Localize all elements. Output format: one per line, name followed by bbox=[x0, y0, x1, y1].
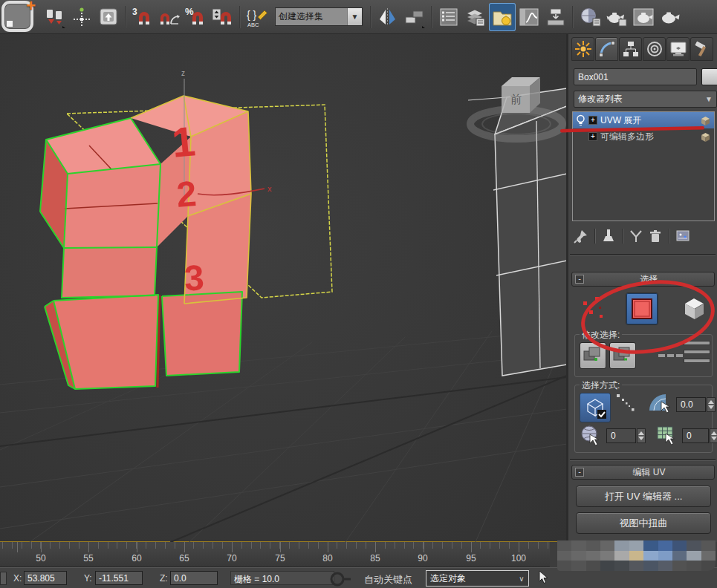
scene-explorer-icon[interactable] bbox=[435, 3, 462, 31]
modify-selection-group: 修改选择: bbox=[574, 334, 713, 377]
remove-modifier-icon[interactable] bbox=[646, 227, 665, 245]
vertex-mode-icon[interactable] bbox=[577, 293, 610, 325]
mirror-icon[interactable] bbox=[374, 3, 401, 31]
rollout-selection-header[interactable]: - 选择 bbox=[571, 272, 715, 287]
time-tick-label: 70 bbox=[227, 553, 236, 564]
perspective-viewport[interactable]: z x 1 2 3 前 bbox=[0, 34, 567, 542]
x-axis-label: x bbox=[267, 184, 272, 193]
ribbon-toggle-icon[interactable] bbox=[489, 3, 516, 31]
x-coordinate-field[interactable] bbox=[24, 571, 67, 585]
render-setup-icon[interactable] bbox=[603, 3, 630, 31]
object-color-swatch[interactable] bbox=[701, 68, 717, 85]
expand-icon[interactable]: + bbox=[588, 116, 597, 125]
smoothing-group-field[interactable]: 0 bbox=[606, 428, 636, 443]
configure-modifier-sets-icon[interactable] bbox=[673, 227, 692, 245]
selection-method-label: 选择方式: bbox=[580, 379, 622, 392]
svg-text:3: 3 bbox=[132, 7, 137, 17]
modifier-label: UVW 展开 bbox=[600, 114, 697, 127]
planar-angle-field[interactable]: 0.0 bbox=[676, 397, 706, 412]
edit-named-selections-icon[interactable]: { }ABC bbox=[244, 3, 270, 31]
material-editor-icon[interactable] bbox=[577, 3, 603, 31]
element-mode-icon[interactable] bbox=[678, 293, 710, 325]
keyboard-override-icon[interactable] bbox=[95, 3, 122, 31]
smoothing-group-spinner[interactable] bbox=[637, 428, 646, 443]
x-label: X: bbox=[13, 573, 22, 584]
chevron-down-icon[interactable]: ▼ bbox=[347, 8, 362, 25]
time-tick-label: 60 bbox=[132, 553, 141, 564]
auto-key-button[interactable]: 自动关键点 bbox=[364, 573, 412, 587]
svg-text:ABC: ABC bbox=[247, 22, 259, 28]
render-icon[interactable] bbox=[657, 3, 684, 31]
z-coordinate-field[interactable] bbox=[170, 571, 218, 585]
make-unique-icon[interactable] bbox=[626, 227, 646, 245]
y-coordinate-field[interactable] bbox=[95, 571, 143, 585]
isolate-icon[interactable] bbox=[0, 572, 7, 585]
command-panel-tabs bbox=[571, 37, 713, 61]
modifier-stack: + UVW 展开 + 可编辑多边形 bbox=[572, 111, 715, 221]
named-selection-sets-dropdown[interactable]: 创建选择集 ▼ bbox=[275, 7, 363, 26]
modifier-stack-toolbar bbox=[571, 226, 715, 246]
curve-editor-icon[interactable] bbox=[516, 3, 542, 31]
schematic-view-icon[interactable] bbox=[542, 3, 569, 31]
tab-hierarchy[interactable] bbox=[619, 37, 642, 61]
collapse-toggle[interactable]: - bbox=[575, 275, 584, 284]
time-ruler[interactable]: 50 55 60 65 70 75 80 85 90 95 100 bbox=[0, 542, 550, 567]
loop-selection-buttons[interactable] bbox=[684, 341, 710, 363]
collapse-toggle[interactable]: - bbox=[575, 468, 584, 477]
box001-model[interactable] bbox=[40, 96, 251, 389]
polygon-mode-icon[interactable] bbox=[626, 293, 658, 325]
select-and-manipulate-icon[interactable] bbox=[68, 3, 95, 31]
ignore-backfacing-toggle[interactable] bbox=[580, 393, 611, 422]
grow-selection-button[interactable] bbox=[580, 342, 606, 369]
modifier-row-uvw-unwrap[interactable]: + UVW 展开 bbox=[573, 112, 714, 128]
tab-motion[interactable] bbox=[643, 37, 666, 61]
modifier-list-label: 修改器列表 bbox=[574, 93, 701, 105]
time-tick-label: 100 bbox=[511, 553, 526, 564]
selection-filter-dropdown[interactable]: 选定对象 ∨ bbox=[426, 570, 529, 587]
rollout-selection-title: 选择 bbox=[584, 273, 714, 286]
rollout-edit-uv-header[interactable]: - 编辑 UV bbox=[571, 465, 715, 480]
tweak-in-view-button[interactable]: 视图中扭曲 bbox=[576, 512, 711, 534]
spinner-snap-icon[interactable] bbox=[210, 3, 236, 31]
select-and-place-icon[interactable] bbox=[42, 3, 68, 31]
modifier-row-editable-poly[interactable]: + 可编辑多边形 bbox=[573, 128, 714, 145]
expand-icon[interactable]: + bbox=[588, 132, 597, 141]
pin-stack-icon[interactable] bbox=[571, 227, 591, 245]
svg-text:%: % bbox=[185, 6, 194, 17]
time-tick-label: 50 bbox=[36, 553, 45, 564]
time-tick-label: 85 bbox=[370, 553, 380, 564]
modifier-list-dropdown[interactable]: 修改器列表 ▼ bbox=[574, 91, 717, 108]
cube-icon bbox=[700, 115, 711, 126]
panel-divider bbox=[570, 254, 716, 255]
tab-utilities[interactable] bbox=[690, 37, 713, 61]
toolbar-separator bbox=[125, 6, 126, 28]
tab-create[interactable] bbox=[571, 37, 594, 61]
angle-snap-icon[interactable] bbox=[156, 3, 183, 31]
shrink-selection-button[interactable] bbox=[609, 342, 636, 369]
layer-explorer-icon[interactable] bbox=[462, 3, 489, 31]
lightbulb-icon[interactable] bbox=[576, 114, 585, 126]
align-icon[interactable] bbox=[401, 3, 428, 31]
material-id-spinner[interactable] bbox=[710, 428, 717, 443]
material-id-field[interactable]: 0 bbox=[682, 428, 709, 443]
screen-capture-icon: + bbox=[1, 1, 33, 32]
toolbar-separator bbox=[572, 6, 574, 28]
rendered-frame-window-icon[interactable] bbox=[630, 3, 657, 31]
planar-angle-spinner[interactable] bbox=[707, 397, 716, 412]
snap-3d-icon[interactable]: 3 bbox=[129, 3, 156, 31]
tab-display[interactable] bbox=[666, 37, 690, 61]
set-key-icon[interactable] bbox=[329, 569, 351, 588]
material-id-icon[interactable] bbox=[655, 424, 679, 450]
modifier-label: 可编辑多边形 bbox=[600, 131, 697, 143]
rollout-edit-uv-title: 编辑 UV bbox=[584, 466, 714, 479]
open-uv-editor-button[interactable]: 打开 UV 编辑器 ... bbox=[576, 486, 711, 507]
object-name-field[interactable] bbox=[574, 68, 697, 85]
ring-selection-spinners[interactable] bbox=[658, 354, 683, 357]
tab-modify[interactable] bbox=[595, 37, 618, 61]
selection-filter-value: 选定对象 bbox=[426, 572, 515, 585]
viewcube-front-label: 前 bbox=[510, 93, 522, 105]
show-end-result-icon[interactable] bbox=[599, 227, 618, 245]
percent-snap-icon[interactable]: % bbox=[183, 3, 210, 31]
planar-angle-icon[interactable] bbox=[646, 391, 670, 417]
smoothing-group-icon[interactable] bbox=[580, 424, 603, 450]
